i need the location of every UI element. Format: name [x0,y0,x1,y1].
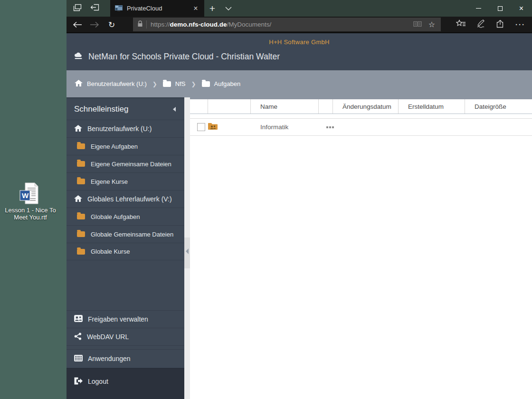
site-favicon [115,5,123,11]
folder-icon [77,143,85,149]
breadcrumb-item-aufgaben[interactable]: Aufgaben [202,80,241,87]
sidebar-item-globale-kurse[interactable]: Globale Kurse [66,243,184,260]
column-created[interactable]: Erstelldatum [398,99,465,114]
hub-favorites-icon[interactable] [456,19,466,29]
add-favorite-star-icon[interactable]: ☆ [428,20,435,29]
tab-preview-button[interactable] [70,2,85,15]
home-icon [75,80,83,88]
people-icon [74,315,83,323]
tab-privatecloud[interactable]: PrivateCloud × [110,0,204,17]
collapse-left-icon [173,107,176,112]
file-list: Name Änderungsdatum Erstelldatum Dateigr… [190,97,532,399]
tab-preview-icon [73,4,82,13]
brand-text: H+H Software GmbH [66,33,532,46]
new-tab-button[interactable]: + [204,0,220,17]
column-actions[interactable] [318,99,332,114]
logout-icon [74,377,83,386]
row-size [465,119,532,135]
app-title: NetMan for Schools Private Cloud - Chris… [88,52,280,62]
table-row-informatik[interactable]: Informatik [190,118,532,136]
row-name: Informatik [250,124,288,131]
url-domain: demo.nfs-cloud.de [170,21,227,28]
breadcrumb-separator: ❯ [152,81,157,87]
refresh-icon: ↻ [108,20,115,29]
reading-view-icon[interactable] [413,20,422,29]
browser-toolbar: ↻ https://demo.nfs-cloud.de/MyDocuments/… [66,17,532,33]
sidebar-logout-section: Logout [66,368,184,399]
urlbar-divider [146,20,147,28]
window-minimize-button[interactable] [468,0,489,17]
back-button[interactable] [71,18,84,31]
folder-icon [77,161,85,167]
lock-icon [137,20,143,29]
word-document-icon: W [4,182,57,204]
share-nodes-icon [74,332,82,342]
window-maximize-button[interactable] [489,0,511,17]
refresh-button[interactable]: ↻ [105,18,118,31]
column-modified[interactable]: Änderungsdatum [332,99,398,114]
sidebar-splitter[interactable] [184,97,190,399]
row-modified [332,119,398,135]
home-icon [74,195,82,203]
sidebar-gap [66,260,184,310]
column-name[interactable]: Name [250,99,318,114]
web-page: H+H Software GmbH NetMan for Schools Pri… [66,33,532,399]
cloud-icon [74,52,84,62]
svg-text:W: W [22,191,29,200]
column-icon[interactable] [208,99,250,114]
column-select[interactable] [190,99,208,114]
tab-title: PrivateCloud [127,5,191,12]
tab-close-icon[interactable]: × [191,4,200,13]
sidebar: Schnelleinstieg Benutzerlaufwerk (U:) Ei… [66,97,184,399]
column-size[interactable]: Dateigröße [465,99,532,114]
main-area: Schnelleinstieg Benutzerlaufwerk (U:) Ei… [66,97,532,399]
row-checkbox[interactable] [197,123,205,131]
home-icon [74,125,82,133]
desktop-file-label: Lesson 1 - Nice To Meet You.rtf [4,207,57,221]
set-tabs-aside-icon [90,4,99,13]
folder-icon [77,249,85,255]
browser-tab-bar: PrivateCloud × + × [66,0,532,17]
folder-icon [77,179,85,184]
sidebar-item-eigene-kurse[interactable]: Eigene Kurse [66,172,184,190]
row-menu-icon[interactable] [318,126,334,128]
titlebar-drag-area [237,0,468,17]
collapse-sidebar-icon[interactable] [186,248,189,254]
row-created [398,119,465,135]
sidebar-item-globale-gemeinsame-dateien[interactable]: Globale Gemeinsame Dateien [66,225,184,243]
page-fold [35,183,38,186]
breadcrumb-item-benutzerlaufwerk[interactable]: Benutzerlaufwerk (U:) [75,80,147,88]
sidebar-item-anwendungen[interactable]: Anwendungen [66,349,184,368]
set-tabs-aside-button[interactable] [87,2,102,15]
forward-button[interactable] [88,18,101,31]
desktop-file-lesson1[interactable]: W Lesson 1 - Nice To Meet You.rtf [4,182,57,221]
folder-icon [163,81,171,87]
share-icon[interactable] [496,19,505,30]
sidebar-item-freigaben-verwalten[interactable]: Freigaben verwalten [66,310,184,328]
window-close-button[interactable]: × [511,0,532,17]
breadcrumb: Benutzerlaufwerk (U:) ❯ NfS ❯ Aufgaben [66,70,532,97]
tab-list-chevron-icon[interactable] [220,0,237,17]
sidebar-item-globales-lehrerlaufwerk[interactable]: Globales Lehrerlaufwerk (V:) [66,190,184,208]
breadcrumb-item-nfs[interactable]: NfS [163,80,186,87]
file-table-header: Name Änderungsdatum Erstelldatum Dateigr… [190,99,532,114]
sidebar-item-globale-aufgaben[interactable]: Globale Aufgaben [66,208,184,225]
minimize-icon [476,8,481,9]
web-note-pen-icon[interactable] [476,19,485,30]
sidebar-item-eigene-aufgaben[interactable]: Eigene Aufgaben [66,137,184,155]
back-arrow-icon [73,21,82,28]
address-bar[interactable]: https://demo.nfs-cloud.de/MyDocuments/ ☆ [133,18,441,31]
folder-icon [77,231,85,237]
settings-more-icon[interactable]: ··· [515,20,525,28]
app-header: H+H Software GmbH NetMan for Schools Pri… [66,33,532,70]
sidebar-item-eigene-gemeinsame-dateien[interactable]: Eigene Gemeinsame Dateien [66,155,184,172]
sidebar-section-spacer [66,345,184,349]
sidebar-item-logout[interactable]: Logout [66,372,184,391]
url-text[interactable]: https://demo.nfs-cloud.de/MyDocuments/ [151,21,410,28]
apps-grid-icon [74,355,83,363]
sidebar-item-webdav-url[interactable]: WebDAV URL [66,328,184,345]
browser-window: PrivateCloud × + × ↻ https://demo.nfs-cl… [66,0,532,399]
shared-folder-icon [208,123,218,132]
sidebar-item-benutzerlaufwerk[interactable]: Benutzerlaufwerk (U:) [66,120,184,137]
sidebar-header[interactable]: Schnelleinstieg [66,98,184,120]
